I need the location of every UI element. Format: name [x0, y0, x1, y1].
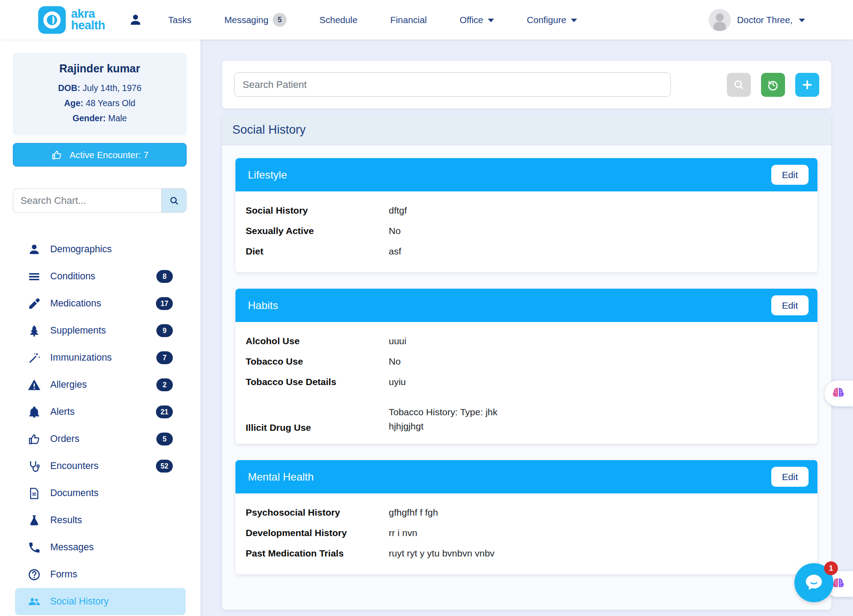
messaging-count-badge: 5 — [273, 13, 287, 27]
card-title: Mental Health — [248, 471, 314, 483]
nav-financial[interactable]: Financial — [391, 15, 427, 25]
nav-schedule[interactable]: Schedule — [319, 15, 357, 25]
sidebar-item-immunizations[interactable]: Immunizations 7 — [0, 344, 200, 371]
thumbs-up-icon — [51, 149, 63, 161]
field-value: dftgf — [389, 203, 407, 218]
active-encounter-button[interactable]: Active Encounter: 7 — [13, 143, 187, 167]
app-logo[interactable]: akra health — [38, 6, 105, 34]
patient-dob: DOB: July 14th, 1976 — [17, 80, 182, 95]
field-label: Tobacco Use — [246, 356, 389, 367]
phone-icon — [28, 541, 41, 554]
field-value: uuui — [389, 334, 407, 348]
nav-office[interactable]: Office — [460, 15, 494, 25]
mental-health-card: Mental Health Edit Psychosocial History … — [235, 460, 817, 574]
nav-messaging[interactable]: Messaging 5 — [224, 13, 287, 27]
logo-icon — [38, 6, 66, 34]
history-button[interactable] — [761, 73, 785, 97]
search-icon — [169, 196, 179, 206]
patient-person-icon[interactable] — [128, 13, 143, 27]
lifestyle-edit-button[interactable]: Edit — [771, 165, 809, 185]
main-content: Social History Lifestyle Edit Social His… — [200, 40, 853, 616]
field-row: Psychosocial History gfhgfhf f fgh — [246, 502, 817, 523]
sidebar-item-supplements[interactable]: Supplements 9 — [0, 317, 200, 344]
flask-icon — [28, 514, 41, 527]
sidebar-item-medications[interactable]: Medications 17 — [0, 290, 200, 317]
field-value: uyiu — [389, 375, 406, 389]
field-row: Sexually Active No — [246, 221, 817, 241]
patient-search-button[interactable] — [727, 73, 751, 97]
field-row: Illicit Drug Use Tobacco History: Type: … — [246, 392, 817, 433]
count-badge: 21 — [156, 405, 173, 418]
sidebar-item-alerts[interactable]: Alerts 21 — [0, 398, 200, 425]
sidebar-item-results[interactable]: Results — [0, 507, 200, 534]
nav-configure[interactable]: Configure — [527, 15, 577, 25]
count-badge: 2 — [156, 378, 173, 391]
field-row: Past Medication Trials ruyt ryt y ytu bv… — [246, 543, 817, 564]
chat-notification-badge: 1 — [824, 561, 838, 575]
medications-icon — [28, 297, 41, 310]
ai-assistant-tab[interactable] — [825, 381, 853, 406]
sidebar-item-demographics[interactable]: Demographics — [0, 236, 200, 263]
field-value: ruyt ryt y ytu bvnbvn vnbv — [389, 546, 494, 560]
lifestyle-card: Lifestyle Edit Social History dftgf Sexu… — [235, 158, 817, 272]
count-badge: 5 — [156, 433, 173, 445]
count-badge: 52 — [156, 460, 173, 473]
field-row: Social History dftgf — [246, 200, 817, 221]
habits-edit-button[interactable]: Edit — [771, 295, 809, 315]
page-title: Social History — [232, 123, 306, 137]
add-button[interactable] — [795, 73, 819, 97]
user-name: Doctor Three, — [737, 15, 793, 25]
patient-search-bar — [222, 61, 831, 108]
field-row: Developmental History rr i nvn — [246, 523, 817, 543]
chart-search-input[interactable] — [13, 188, 161, 213]
top-nav-links: Tasks Messaging 5 Schedule Financial Off… — [168, 13, 577, 27]
sidebar-item-forms[interactable]: Forms — [0, 561, 200, 588]
field-label: Developmental History — [246, 528, 389, 538]
social-history-panel: Social History Lifestyle Edit Social His… — [222, 115, 831, 610]
count-badge: 8 — [156, 270, 173, 283]
bell-icon — [28, 405, 41, 419]
panel-header: Social History — [222, 115, 831, 145]
sidebar-item-encounters[interactable]: Encounters 52 — [0, 453, 200, 480]
sidebar-item-documents[interactable]: Documents — [0, 480, 200, 507]
warning-triangle-icon — [28, 378, 41, 392]
field-row: Tobacco Use Details uyiu — [246, 372, 817, 392]
demographics-icon — [28, 243, 41, 256]
chevron-down-icon — [488, 19, 494, 22]
count-badge: 17 — [156, 297, 173, 310]
field-value: No — [389, 354, 401, 369]
field-row: Alcohol Use uuui — [246, 331, 817, 351]
field-value: asf — [389, 244, 401, 258]
plus-icon — [801, 79, 813, 91]
sidebar-item-orders[interactable]: Orders 5 — [0, 425, 200, 453]
patient-search-input[interactable] — [234, 72, 671, 97]
field-label: Alcohol Use — [246, 336, 389, 346]
user-menu[interactable]: Doctor Three, — [709, 9, 805, 31]
avatar — [709, 9, 731, 31]
sidebar-item-social-history[interactable]: Social History — [15, 588, 186, 615]
field-label: Social History — [246, 205, 389, 216]
card-title: Lifestyle — [248, 169, 287, 181]
sidebar-item-allergies[interactable]: Allergies 2 — [0, 371, 200, 398]
nav-tasks[interactable]: Tasks — [168, 15, 191, 25]
field-label: Illicit Drug Use — [246, 422, 389, 433]
stethoscope-icon — [28, 460, 41, 473]
field-value: rr i nvn — [389, 526, 417, 540]
patient-age: Age: 48 Years Old — [17, 95, 182, 111]
chat-bubble-icon — [802, 571, 825, 594]
immunizations-icon — [28, 351, 41, 365]
patient-gender: Gender: Male — [17, 111, 182, 126]
field-label: Sexually Active — [246, 226, 389, 236]
mental-health-edit-button[interactable]: Edit — [771, 467, 809, 487]
sidebar-item-conditions[interactable]: Conditions 8 — [0, 263, 200, 290]
chevron-down-icon — [799, 19, 805, 22]
conditions-icon — [28, 270, 41, 283]
count-badge: 9 — [156, 324, 173, 337]
chart-search-button[interactable] — [161, 188, 187, 213]
habits-card: Habits Edit Alcohol Use uuui Tobacco Use… — [235, 289, 817, 444]
mental-health-card-header: Mental Health Edit — [235, 460, 817, 493]
field-value: No — [389, 224, 401, 238]
field-label: Psychosocial History — [246, 507, 389, 518]
card-title: Habits — [248, 299, 278, 312]
sidebar-item-messages[interactable]: Messages — [0, 534, 200, 561]
